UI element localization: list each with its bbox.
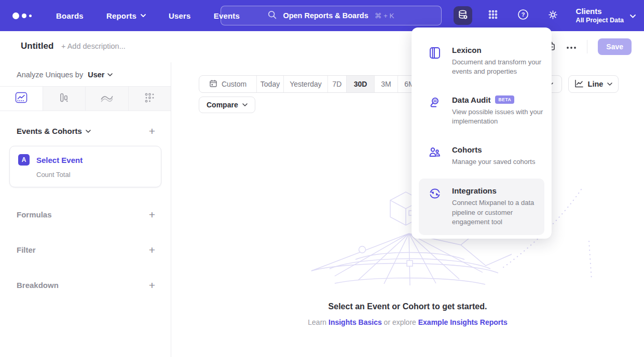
add-event-button[interactable]: + <box>149 126 155 136</box>
menu-item-title: Lexicon <box>452 46 482 54</box>
formulas-label: Formulas <box>17 210 52 219</box>
empty-state-subtitle: Learn Insights Basics or explore Example… <box>171 318 644 326</box>
menu-item-description: Document and transform your events and p… <box>452 58 543 77</box>
menu-item-description: Manage your saved cohorts <box>452 157 543 167</box>
more-options-button[interactable] <box>566 42 577 51</box>
filter-section-header: Filter + <box>0 244 171 255</box>
tab-bar-chart[interactable] <box>43 87 86 111</box>
nav-item-users[interactable]: Users <box>169 11 191 20</box>
project-text: Clients All Project Data <box>576 7 624 24</box>
menu-item-lexicon[interactable]: Lexicon Document and transform your even… <box>412 39 552 84</box>
grid-dots-icon <box>487 9 499 22</box>
compare-dropdown[interactable]: Compare <box>199 97 255 113</box>
settings-button[interactable] <box>544 6 563 25</box>
help-button[interactable]: ? <box>514 6 532 25</box>
header-actions: Save <box>545 31 632 62</box>
database-gear-icon <box>457 9 469 22</box>
insights-basics-link[interactable]: Insights Basics <box>328 318 382 326</box>
nav-links: Boards Reports Users Events <box>56 11 240 20</box>
report-title[interactable]: Untitled <box>21 41 53 51</box>
range-label: Custom <box>222 80 246 88</box>
analyze-value-dropdown[interactable]: User <box>88 71 113 79</box>
range-label: Yesterday <box>290 80 322 88</box>
line-chart-icon <box>15 92 28 105</box>
breakdown-section-header: Breakdown + <box>0 280 171 291</box>
menu-item-data-audit[interactable]: Data Audit BETA View possible issues wit… <box>412 89 552 133</box>
project-name: All Project Data <box>576 17 624 25</box>
add-breakdown-button[interactable]: + <box>149 280 155 291</box>
lexicon-book-icon <box>428 46 442 60</box>
nav-item-boards[interactable]: Boards <box>56 11 84 20</box>
subtitle-text: or explore <box>382 318 418 326</box>
ellipsis-icon <box>566 42 577 51</box>
add-description-field[interactable]: + Add description... <box>61 42 126 50</box>
nav-item-label: Users <box>169 11 191 20</box>
gear-icon <box>547 9 559 23</box>
save-button[interactable]: Save <box>598 38 632 55</box>
events-section-label: Events & Cohorts <box>17 127 82 135</box>
range-label: Today <box>261 80 280 88</box>
menu-item-description: View possible issues with your implement… <box>452 107 543 127</box>
filter-label: Filter <box>17 245 36 254</box>
chevron-down-icon <box>242 103 248 106</box>
menu-item-text: Integrations Connect Mixpanel to a data … <box>452 186 543 227</box>
bar-chart-icon <box>58 92 70 105</box>
add-formula-button[interactable]: + <box>149 209 155 220</box>
org-name: Clients <box>576 7 624 17</box>
tab-line-chart[interactable] <box>0 87 43 111</box>
menu-item-text: Cohorts Manage your saved cohorts <box>452 145 543 167</box>
count-total-dropdown[interactable]: Count Total <box>36 171 153 178</box>
range-label: 7D <box>333 80 342 88</box>
add-filter-button[interactable]: + <box>149 244 155 255</box>
analyze-label: Analyze Uniques by <box>17 71 83 79</box>
event-card-top: A Select Event <box>18 154 153 166</box>
menu-item-description: Connect Mixpanel to a data pipeline or c… <box>452 198 543 227</box>
project-selector[interactable]: Clients All Project Data <box>576 7 636 24</box>
range-30d[interactable]: 30D <box>346 76 374 92</box>
tab-flow-chart[interactable] <box>85 87 128 111</box>
range-label: 3M <box>381 80 391 88</box>
svg-text:?: ? <box>521 11 525 18</box>
select-event-button[interactable]: Select Event <box>36 156 83 164</box>
calendar-icon <box>209 79 217 89</box>
chevron-down-icon <box>607 83 612 86</box>
data-management-button[interactable] <box>454 6 472 25</box>
compare-label: Compare <box>207 101 238 109</box>
range-today[interactable]: Today <box>256 76 283 92</box>
event-series-badge: A <box>18 154 30 166</box>
range-custom[interactable]: Custom <box>199 76 256 92</box>
mixpanel-logo-icon[interactable] <box>12 12 36 19</box>
chart-type-label: Line <box>588 80 604 88</box>
range-yesterday[interactable]: Yesterday <box>283 76 327 92</box>
nav-item-reports[interactable]: Reports <box>106 11 146 20</box>
nav-item-label: Reports <box>106 11 136 20</box>
example-reports-link[interactable]: Example Insights Reports <box>418 318 508 326</box>
breakdown-label: Breakdown <box>17 281 59 290</box>
menu-item-title: Cohorts <box>452 145 482 154</box>
nav-item-label: Boards <box>56 11 84 20</box>
menu-item-text: Data Audit BETA View possible issues wit… <box>452 95 543 127</box>
event-card[interactable]: A Select Event Count Total <box>9 146 161 187</box>
formulas-section-header: Formulas + <box>0 209 171 220</box>
apps-grid-button[interactable] <box>484 6 502 25</box>
range-3m[interactable]: 3M <box>374 76 398 92</box>
range-7d[interactable]: 7D <box>327 76 346 92</box>
query-sidebar: Analyze Uniques by User <box>0 62 171 357</box>
line-chart-icon <box>574 79 584 89</box>
divider <box>587 40 587 53</box>
global-search[interactable]: Open Reports & Boards ⌘ + K <box>221 6 442 25</box>
menu-item-text: Lexicon Document and transform your even… <box>452 46 543 77</box>
chevron-down-icon <box>141 14 146 17</box>
data-management-menu: Lexicon Document and transform your even… <box>412 28 552 239</box>
analyze-row: Analyze Uniques by User <box>0 62 171 86</box>
events-section-toggle[interactable]: Events & Cohorts <box>17 127 91 135</box>
menu-item-cohorts[interactable]: Cohorts Manage your saved cohorts <box>412 139 552 173</box>
chart-type-dropdown[interactable]: Line <box>568 75 619 93</box>
tab-metrics[interactable] <box>128 87 171 111</box>
search-label: Open Reports & Boards <box>283 11 368 20</box>
menu-item-title: Data Audit <box>452 95 490 104</box>
analyze-value: User <box>88 71 104 79</box>
cohorts-people-icon <box>428 146 442 159</box>
beta-badge: BETA <box>495 95 514 104</box>
menu-item-integrations[interactable]: Integrations Connect Mixpanel to a data … <box>419 178 544 235</box>
